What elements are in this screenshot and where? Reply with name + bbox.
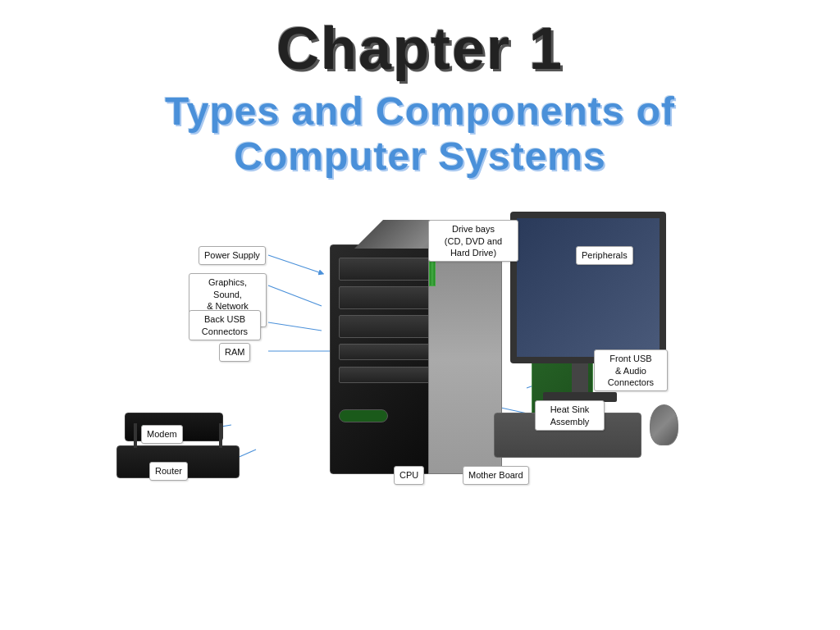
chapter-title: Chapter 1 (0, 0, 840, 82)
svg-line-2 (268, 322, 322, 331)
svg-line-1 (268, 285, 322, 306)
label-cpu: CPU (394, 466, 424, 484)
diagram: Power Supply Graphics, Sound, & Network … (92, 179, 748, 499)
label-back-usb: Back USB Connectors (189, 310, 261, 340)
label-peripherals: Peripherals (576, 246, 633, 264)
label-heat-sink: Heat Sink Assembly (535, 400, 605, 431)
label-power-supply: Power Supply (199, 246, 266, 264)
mouse (650, 404, 678, 445)
svg-line-0 (268, 255, 322, 273)
label-ram: RAM (219, 343, 250, 361)
label-front-usb: Front USB & Audio Connectors (594, 349, 668, 391)
label-mother-board: Mother Board (463, 466, 529, 484)
subtitle: Types and Components of Computer Systems (0, 82, 840, 179)
tower-side (428, 244, 502, 474)
tower-front (330, 244, 445, 474)
label-modem: Modem (141, 425, 183, 443)
label-router: Router (149, 462, 188, 480)
label-drive-bays: Drive bays (CD, DVD and Hard Drive) (428, 220, 518, 262)
